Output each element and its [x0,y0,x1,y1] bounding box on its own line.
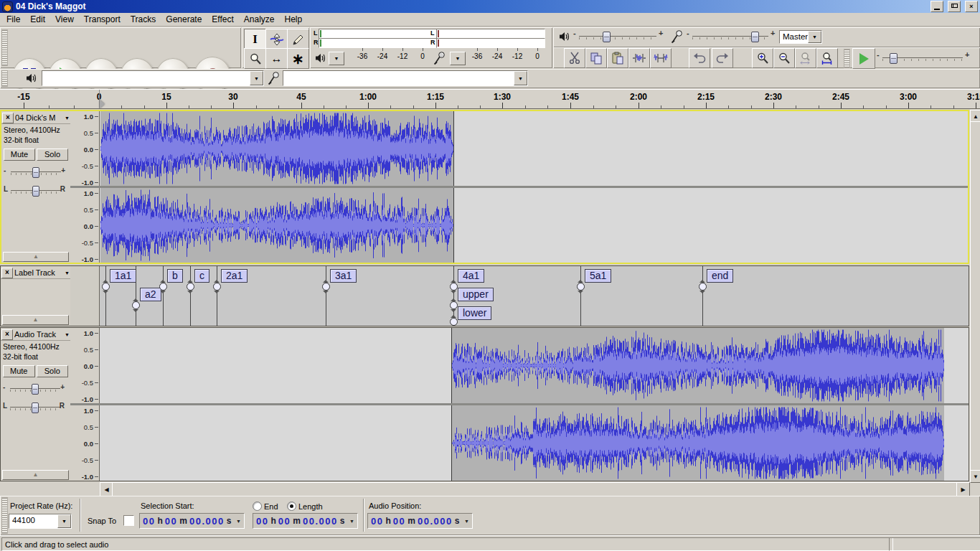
label-5a1[interactable]: 5a1 [585,269,611,283]
label-handle-3a1[interactable] [322,283,330,291]
label-handle-end[interactable] [699,283,707,291]
chevron-down-icon[interactable]: ▼ [57,514,71,528]
envelope-tool-button[interactable] [265,29,288,50]
label-handle-2a1[interactable] [213,283,221,291]
track2-close-button[interactable]: × [1,329,13,340]
track2-pan-slider[interactable]: L R [3,401,67,413]
track2-gain-slider[interactable]: - + [3,382,67,394]
menu-item-transport[interactable]: Transport [79,13,126,26]
label-handle-b[interactable] [159,283,167,291]
label-handle-1a1[interactable] [102,283,110,291]
track1-gain-slider[interactable]: - + [4,166,68,177]
chevron-down-icon[interactable]: ▼ [236,519,241,524]
input-volume-thumb[interactable] [751,32,759,42]
track1-waveform-left[interactable] [100,111,453,186]
track1-mute-button[interactable]: Mute [4,149,35,161]
menu-item-edit[interactable]: Edit [25,13,50,26]
timeline-ruler[interactable]: -1501530451:001:151:301:452:002:152:302:… [0,89,980,109]
label-c[interactable]: c [194,269,209,283]
menu-item-file[interactable]: File [1,13,25,26]
selection-start-field[interactable]: 00h00m00.000s▼ [139,513,245,529]
menu-item-generate[interactable]: Generate [161,13,207,26]
label-track-content[interactable]: 1a1a2bc2a13a14a1upperlower5a1end [100,266,969,326]
snap-to-checkbox[interactable] [123,515,134,526]
label-handle-4a1[interactable] [450,283,458,291]
label-3a1[interactable]: 3a1 [330,269,357,283]
selection-toolbar-grabber[interactable] [1,497,8,534]
chevron-down-icon[interactable]: ▼ [514,71,527,85]
output-device-select[interactable]: ▼ [42,70,264,86]
minimize-button[interactable] [930,1,943,12]
selection-tool-button[interactable]: I [244,29,266,50]
menu-item-analyze[interactable]: Analyze [239,13,280,26]
timeshift-tool-button[interactable]: ↔ [265,48,288,69]
track1-close-button[interactable]: × [2,113,14,123]
end-radio-label[interactable]: End [264,502,278,511]
label-a2[interactable]: a2 [140,288,161,301]
label-track-close-button[interactable]: × [1,268,13,278]
label-4a1[interactable]: 4a1 [458,269,484,283]
track1-solo-button[interactable]: Solo [37,149,68,161]
output-meter-right-bar[interactable] [319,38,440,48]
menu-item-view[interactable]: View [50,13,79,26]
copy-button[interactable] [585,48,607,68]
track2-gain-thumb[interactable] [32,384,39,395]
label-handle-5a1[interactable] [577,283,585,291]
input-source-select[interactable]: Master ▼ [779,30,822,44]
menu-item-tracks[interactable]: Tracks [126,13,161,26]
track2-pan-thumb[interactable] [32,402,39,413]
input-device-select[interactable]: ▼ [283,70,528,86]
multi-tool-button[interactable]: ∗ [287,48,309,69]
label-track-title-menu[interactable]: Label Track▼ [14,268,70,277]
end-radio[interactable] [253,501,262,511]
track2-waveform-right[interactable] [452,405,944,481]
label-2a1[interactable]: 2a1 [221,269,248,283]
fit-selection-button[interactable] [795,48,816,68]
chevron-down-icon[interactable]: ▼ [250,71,263,85]
output-meter-menu-button[interactable]: ▼ [329,52,344,65]
track2-title-menu[interactable]: Audio Track▼ [14,330,70,339]
transcription-toolbar-grabber[interactable] [844,49,850,68]
chevron-down-icon[interactable]: ▼ [349,519,354,524]
chevron-down-icon[interactable]: ▼ [464,519,469,524]
track1-gain-thumb[interactable] [32,167,39,178]
label-handle-a2[interactable] [132,301,140,309]
chevron-down-icon[interactable]: ▼ [808,31,821,43]
input-volume-slider[interactable] [692,32,768,41]
label-upper[interactable]: upper [458,288,494,301]
scroll-down-button[interactable]: ▼ [970,470,980,483]
output-volume-slider[interactable] [579,32,656,41]
close-button[interactable]: × [965,1,978,12]
device-toolbar-grabber[interactable] [1,70,8,87]
silence-button[interactable] [650,48,672,68]
scroll-right-button[interactable]: ▶ [956,482,970,496]
track2-waveform-left[interactable] [452,328,944,403]
track1-waveform-right[interactable] [100,188,453,263]
track2-mute-button[interactable]: Mute [3,365,35,377]
trim-button[interactable] [628,48,650,68]
output-meter-left-bar[interactable] [319,29,440,39]
label-track-collapse-button[interactable]: ▲ [2,315,69,325]
playback-speed-slider[interactable] [882,53,963,62]
length-radio-label[interactable]: Length [298,502,323,511]
playback-speed-thumb[interactable] [890,53,897,64]
label-lower[interactable]: lower [458,306,491,320]
track2-solo-button[interactable]: Solo [37,365,69,377]
vertical-scrollbar[interactable]: ▲ ▼ [970,110,980,481]
input-meter-menu-button[interactable]: ▼ [450,52,466,65]
output-volume-thumb[interactable] [603,32,611,42]
label-b[interactable]: b [167,269,183,283]
length-radio[interactable] [287,501,296,511]
zoom-in-button[interactable] [752,48,773,68]
vertical-scroll-thumb[interactable] [970,121,980,471]
project-rate-select[interactable]: 44100 ▼ [9,514,72,529]
redo-button[interactable] [712,48,733,68]
fit-project-button[interactable] [816,48,838,68]
cut-button[interactable] [564,48,585,68]
selection-end-length-field[interactable]: 00h00m00.000s▼ [253,513,358,529]
track1-title-menu[interactable]: 04 Dick's M▼ [15,113,70,122]
track1-pan-thumb[interactable] [32,186,39,197]
horizontal-scrollbar[interactable]: ◀ ▶ [0,482,980,495]
audio-position-field[interactable]: 00h00m00.000s▼ [367,513,473,529]
horizontal-scroll-thumb[interactable] [112,482,958,496]
